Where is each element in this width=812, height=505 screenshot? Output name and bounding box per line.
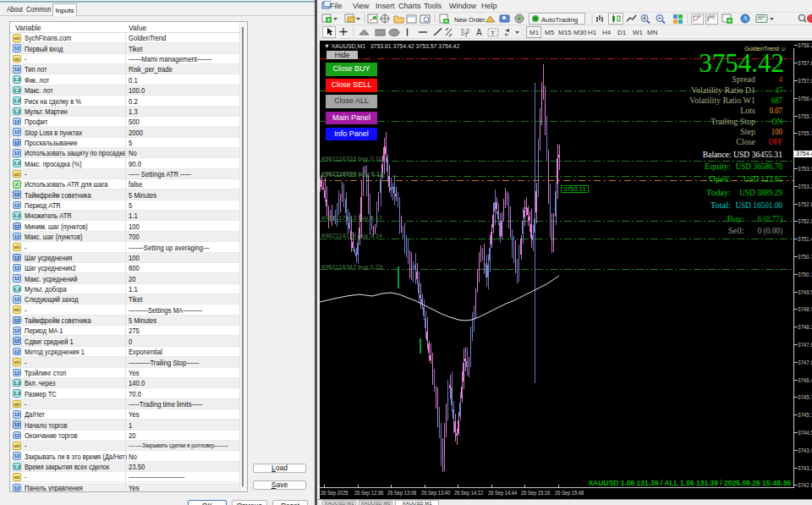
- svg-text:T: T: [464, 32, 469, 38]
- svg-text:New Order: New Order: [454, 16, 486, 24]
- svg-text:M5: M5: [545, 29, 555, 36]
- svg-text:T: T: [491, 30, 495, 37]
- svg-text:A: A: [476, 28, 482, 37]
- svg-text:M30: M30: [573, 29, 587, 36]
- svg-text:D1: D1: [617, 29, 627, 36]
- svg-text:H4: H4: [602, 29, 612, 36]
- svg-text:AutoTrading: AutoTrading: [541, 16, 578, 24]
- svg-text:H1: H1: [588, 29, 597, 36]
- svg-text:M15: M15: [558, 29, 572, 36]
- svg-text:MN: MN: [647, 29, 658, 36]
- svg-text:W1: W1: [633, 29, 644, 36]
- svg-text:M1: M1: [529, 29, 540, 36]
